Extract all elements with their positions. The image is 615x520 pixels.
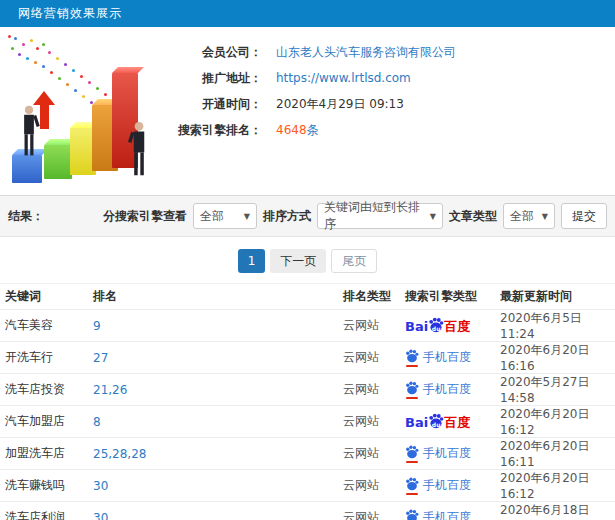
engine-cell: Bai du 百度 xyxy=(400,470,495,502)
mobile-baidu-paw-icon xyxy=(405,445,419,459)
col-rank: 排名 xyxy=(88,284,338,310)
mobile-baidu-logo: 手机百度 xyxy=(405,381,471,398)
page-header: 网络营销效果展示 xyxy=(0,0,615,27)
keyword-cell: 加盟洗车店 xyxy=(0,438,88,470)
mobile-baidu-paw-icon xyxy=(405,477,419,491)
col-keyword: 关键词 xyxy=(0,284,88,310)
engine-cell: Bai du 百度 xyxy=(400,502,495,520)
businessman-figure-left xyxy=(18,105,40,157)
table-header-row: 关键词 排名 排名类型 搜索引擎类型 最新更新时间 xyxy=(0,284,615,310)
rank-link[interactable]: 30 xyxy=(88,502,338,520)
company-name-link[interactable]: 山东老人头汽车服务咨询有限公司 xyxy=(276,44,456,61)
col-updated: 最新更新时间 xyxy=(495,284,615,310)
keyword-cell: 开洗车行 xyxy=(0,342,88,374)
table-row: 汽车加盟店 8 云网站 Bai du 百度 xyxy=(0,406,615,438)
mobile-baidu-logo: 手机百度 xyxy=(405,349,471,366)
rank-link[interactable]: 25,28,28 xyxy=(88,438,338,470)
engine-rank-label: 搜索引擎排名： xyxy=(172,122,262,139)
chart-bar-green xyxy=(44,145,72,179)
page-title: 网络营销效果展示 xyxy=(18,6,122,20)
updated-cell: 2020年6月18日 14:27 xyxy=(495,502,615,520)
chevron-down-icon: ▼ xyxy=(244,212,250,221)
pagination: 1 下一页 尾页 xyxy=(0,249,615,273)
keyword-cell: 洗车赚钱吗 xyxy=(0,470,88,502)
filter-bar: 结果： 分搜索引擎查看 全部 ▼ 排序方式 关键词由短到长排序 ▼ 文章类型 全… xyxy=(0,195,615,237)
table-row: 加盟洗车店 25,28,28 云网站 Bai du 百度 xyxy=(0,438,615,470)
chevron-down-icon: ▼ xyxy=(542,212,548,221)
businessman-figure-right xyxy=(128,121,150,177)
rank-link[interactable]: 9 xyxy=(88,310,338,342)
keyword-cell: 汽车美容 xyxy=(0,310,88,342)
company-label: 会员公司： xyxy=(172,44,262,61)
rank-link[interactable]: 21,26 xyxy=(88,374,338,406)
engine-rank-value: 4648条 xyxy=(276,122,319,139)
engine-cell: Bai du 百度 xyxy=(400,342,495,374)
mobile-baidu-logo: 手机百度 xyxy=(405,477,471,494)
engine-select[interactable]: 全部 ▼ xyxy=(193,203,257,229)
type-select[interactable]: 全部 ▼ xyxy=(503,203,555,229)
updated-cell: 2020年5月27日 14:58 xyxy=(495,374,615,406)
rank-type-cell: 云网站 xyxy=(338,470,400,502)
updated-cell: 2020年6月20日 16:12 xyxy=(495,406,615,438)
table-row: 洗车店利润 30 云网站 Bai du 百度 xyxy=(0,502,615,520)
submit-button[interactable]: 提交 xyxy=(561,203,607,229)
rank-link[interactable]: 30 xyxy=(88,470,338,502)
updated-cell: 2020年6月20日 16:11 xyxy=(495,438,615,470)
sort-select[interactable]: 关键词由短到长排序 ▼ xyxy=(317,203,443,229)
col-rank-type: 排名类型 xyxy=(338,284,400,310)
engine-cell: Bai du 百度 xyxy=(400,374,495,406)
engine-select-value: 全部 xyxy=(200,208,224,225)
rank-type-cell: 云网站 xyxy=(338,310,400,342)
info-section: 会员公司： 山东老人头汽车服务咨询有限公司 推广地址： https://www.… xyxy=(0,27,615,195)
baidu-logo: Bai du 百度 xyxy=(405,413,470,429)
updated-cell: 2020年6月20日 16:16 xyxy=(495,342,615,374)
rank-type-cell: 云网站 xyxy=(338,374,400,406)
growth-chart-illustration xyxy=(0,31,170,193)
baidu-logo: Bai du 百度 xyxy=(405,317,470,333)
mobile-baidu-paw-icon xyxy=(405,509,419,520)
rank-type-cell: 云网站 xyxy=(338,502,400,520)
updated-cell: 2020年6月5日 11:24 xyxy=(495,310,615,342)
rank-link[interactable]: 27 xyxy=(88,342,338,374)
table-row: 汽车美容 9 云网站 Bai du 百度 xyxy=(0,310,615,342)
engine-filter-label: 分搜索引擎查看 xyxy=(103,208,187,225)
rank-type-cell: 云网站 xyxy=(338,406,400,438)
last-page-button[interactable]: 尾页 xyxy=(331,249,377,273)
company-info: 会员公司： 山东老人头汽车服务咨询有限公司 推广地址： https://www.… xyxy=(172,27,615,143)
rank-unit: 条 xyxy=(307,123,319,137)
sort-filter-label: 排序方式 xyxy=(263,208,311,225)
open-time-label: 开通时间： xyxy=(172,96,262,113)
type-filter-label: 文章类型 xyxy=(449,208,497,225)
mobile-baidu-paw-icon xyxy=(405,349,419,363)
keyword-cell: 汽车加盟店 xyxy=(0,406,88,438)
promo-url-label: 推广地址： xyxy=(172,70,262,87)
rank-count: 4648 xyxy=(276,123,307,137)
open-time-value: 2020年4月29日 09:13 xyxy=(276,96,404,113)
result-label: 结果： xyxy=(8,208,44,225)
table-row: 洗车赚钱吗 30 云网站 Bai du 百度 xyxy=(0,470,615,502)
rank-type-cell: 云网站 xyxy=(338,438,400,470)
next-page-button[interactable]: 下一页 xyxy=(270,249,326,273)
mobile-baidu-logo: 手机百度 xyxy=(405,445,471,462)
page-1-button[interactable]: 1 xyxy=(238,249,266,273)
rank-type-cell: 云网站 xyxy=(338,342,400,374)
confetti-decoration xyxy=(8,35,11,38)
engine-cell: Bai du 百度 xyxy=(400,310,495,342)
promo-url-link[interactable]: https://www.lrtlsd.com xyxy=(276,71,411,85)
chevron-down-icon: ▼ xyxy=(430,212,436,221)
engine-cell: Bai du 百度 xyxy=(400,438,495,470)
type-select-value: 全部 xyxy=(510,208,534,225)
chart-bar-blue xyxy=(12,155,42,183)
sort-select-value: 关键词由短到长排序 xyxy=(324,199,424,233)
results-table: 关键词 排名 排名类型 搜索引擎类型 最新更新时间 汽车美容 9 云网站 Bai xyxy=(0,283,615,520)
mobile-baidu-paw-icon xyxy=(405,381,419,395)
updated-cell: 2020年6月20日 16:12 xyxy=(495,470,615,502)
keyword-cell: 洗车店利润 xyxy=(0,502,88,520)
table-row: 洗车店投资 21,26 云网站 Bai du 百度 xyxy=(0,374,615,406)
table-row: 开洗车行 27 云网站 Bai du 百度 xyxy=(0,342,615,374)
rank-link[interactable]: 8 xyxy=(88,406,338,438)
keyword-cell: 洗车店投资 xyxy=(0,374,88,406)
col-engine-type: 搜索引擎类型 xyxy=(400,284,495,310)
engine-cell: Bai du 百度 xyxy=(400,406,495,438)
mobile-baidu-logo: 手机百度 xyxy=(405,509,471,520)
